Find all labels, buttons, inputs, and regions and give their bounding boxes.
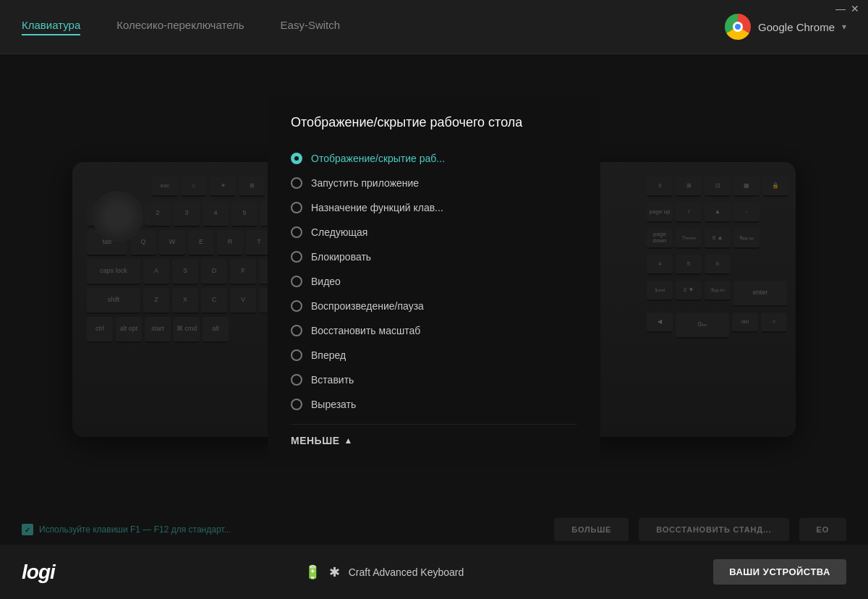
logi-logo: logi	[22, 561, 55, 584]
modal-item-3[interactable]: Следующая	[291, 220, 577, 245]
modal-item-9[interactable]: Вставить	[291, 368, 577, 392]
modal-item-label-1: Запустить приложение	[311, 177, 419, 189]
nav-right: Google Chrome ▾	[725, 14, 846, 40]
modal-item-6[interactable]: Воспроизведение/пауза	[291, 294, 577, 318]
device-name: Craft Advanced Keyboard	[349, 566, 464, 578]
radio-8	[291, 349, 302, 361]
nav-tabs: Клавиатура Колесико-переключатель Easy-S…	[22, 19, 725, 35]
radio-6	[291, 300, 302, 312]
modal-item-1[interactable]: Запустить приложение	[291, 171, 577, 195]
modal-item-label-7: Восстановить масштаб	[311, 325, 420, 336]
battery-icon: 🔋	[305, 564, 320, 580]
radio-7	[291, 325, 302, 336]
tab-keyboard[interactable]: Клавиатура	[22, 19, 80, 35]
modal-title: Отображение/скрытие рабочего стола	[291, 115, 577, 130]
close-button[interactable]: ✕	[851, 4, 859, 13]
modal-item-label-0: Отображение/скрытие раб...	[311, 153, 445, 164]
app-name-label: Google Chrome	[758, 21, 835, 33]
modal-item-label-4: Блокировать	[311, 251, 371, 263]
modal-item-label-8: Вперед	[311, 349, 346, 361]
radio-3	[291, 226, 302, 238]
modal-item-7[interactable]: Восстановить масштаб	[291, 318, 577, 343]
radio-9	[291, 374, 302, 386]
modal-item-5[interactable]: Видео	[291, 269, 577, 294]
modal-list: Отображение/скрытие раб... Запустить при…	[291, 146, 577, 417]
modal-footer: МЕНЬШЕ ▲	[291, 424, 577, 446]
modal-item-label-2: Назначение функций клав...	[311, 202, 443, 213]
modal-item-label-6: Воспроизведение/пауза	[311, 300, 424, 312]
top-nav: Клавиатура Колесико-переключатель Easy-S…	[0, 0, 868, 54]
app-dropdown-arrow[interactable]: ▾	[842, 22, 846, 32]
modal-item-label-5: Видео	[311, 276, 341, 287]
title-bar: — ✕	[827, 0, 868, 17]
radio-5	[291, 276, 302, 287]
modal-item-label-10: Вырезать	[311, 399, 356, 410]
radio-10	[291, 399, 302, 410]
tab-scroll-wheel[interactable]: Колесико-переключатель	[116, 19, 244, 35]
minimize-button[interactable]: —	[836, 4, 845, 13]
less-label: МЕНЬШЕ	[291, 435, 340, 446]
radio-4	[291, 251, 302, 263]
your-devices-button[interactable]: ВАШИ УСТРОЙСТВА	[713, 559, 846, 585]
modal-overlay: Отображение/скрытие рабочего стола Отобр…	[0, 54, 868, 545]
modal-item-8[interactable]: Вперед	[291, 343, 577, 368]
tab-easy-switch[interactable]: Easy-Switch	[281, 19, 341, 35]
modal-item-label-9: Вставить	[311, 374, 354, 386]
modal-dialog: Отображение/скрытие рабочего стола Отобр…	[268, 95, 600, 461]
bluetooth-icon: ✱	[329, 564, 340, 580]
modal-item-2[interactable]: Назначение функций клав...	[291, 195, 577, 220]
modal-item-4[interactable]: Блокировать	[291, 245, 577, 269]
chrome-icon	[725, 14, 751, 40]
less-arrow-icon: ▲	[344, 436, 353, 446]
radio-2	[291, 202, 302, 213]
chrome-icon-inner	[733, 22, 743, 32]
bottom-bar: logi 🔋 ✱ Craft Advanced Keyboard ВАШИ УС…	[0, 545, 868, 599]
modal-item-10[interactable]: Вырезать	[291, 392, 577, 417]
modal-item-0[interactable]: Отображение/скрытие раб...	[291, 146, 577, 171]
modal-item-label-3: Следующая	[311, 226, 367, 238]
less-button[interactable]: МЕНЬШЕ ▲	[291, 435, 353, 446]
device-info: 🔋 ✱ Craft Advanced Keyboard	[305, 564, 464, 580]
radio-1	[291, 177, 302, 189]
radio-0	[291, 153, 302, 164]
